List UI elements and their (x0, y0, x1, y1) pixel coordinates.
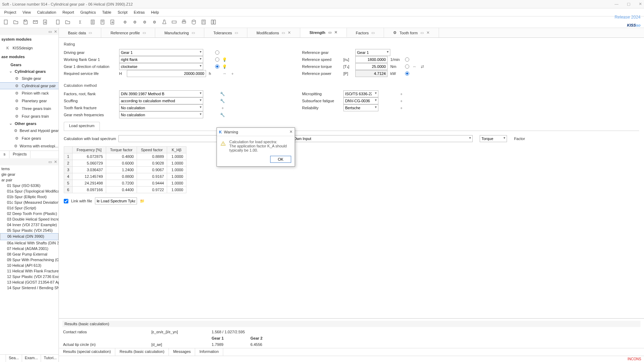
project-item[interactable]: 01 Spur (ISO 6336) (0, 183, 59, 188)
toolbar-gear2-icon[interactable]: ⚙ (130, 18, 139, 27)
link-file-checkbox[interactable] (64, 199, 68, 203)
left-tabB-0[interactable] (0, 355, 6, 362)
rotation-radio[interactable] (215, 64, 219, 69)
plus-icon[interactable]: ＋ (230, 71, 235, 76)
tab-close-icon[interactable]: ✕ (288, 30, 291, 35)
planetary-gear-node[interactable]: ⚙Planetary gear (0, 97, 59, 105)
three-gears-node[interactable]: ⚙Three gears train (0, 105, 59, 112)
micro-plus-icon[interactable]: ＋ (399, 91, 404, 96)
tab-popout-icon[interactable]: ▭ (89, 31, 92, 35)
toolbar-new-icon[interactable] (1, 18, 11, 27)
ref-speed-radio[interactable] (405, 57, 409, 62)
torque-swap-icon[interactable]: ↔ (412, 64, 417, 69)
pinion-rack-node[interactable]: ⚙Pinion with rack (0, 89, 59, 97)
menu-calculation[interactable]: Calculation (34, 9, 59, 15)
subf-plus-icon[interactable]: ＋ (399, 98, 404, 103)
toolbar-mail-icon[interactable] (31, 18, 40, 27)
scuffing-select[interactable]: according to calculation method (119, 97, 203, 104)
bevel-node[interactable]: ⚙Bevel and Hypoid gears (0, 127, 59, 134)
tab-popout-icon[interactable]: ▭ (192, 31, 195, 35)
project-item[interactable]: 01c Spur (Measured Deviation) (0, 200, 59, 205)
gears-node[interactable]: Gears (0, 62, 59, 68)
project-item[interactable]: 10 Helical (API 613) (0, 263, 59, 268)
main-tab-0[interactable]: Basic data▭ (59, 28, 101, 37)
panel-popout-icon[interactable]: ▭ (48, 29, 52, 34)
toolbar-flask-icon[interactable] (160, 18, 169, 27)
other-gears-node[interactable]: ⌄Other gears (0, 120, 59, 127)
btab-2[interactable]: Messages (169, 348, 195, 356)
driving-gear-radio[interactable] (215, 50, 219, 55)
project-item[interactable]: 01b Spur (Elliptic Root) (0, 194, 59, 200)
project-item[interactable]: 04 Inner (VDI 2737 Example) (0, 222, 59, 228)
ref-gear-select[interactable]: Gear 1 (355, 49, 390, 56)
cylindrical-gears-node[interactable]: ⌄Cylindrical gears (0, 68, 59, 75)
toolbar-sigma-icon[interactable]: Σ (76, 18, 85, 27)
project-item[interactable]: 02 Deep Tooth Form (Plastic) (0, 211, 59, 216)
project-item[interactable]: 09 Spur With Premachining (Gri... (0, 257, 59, 263)
rotation-select[interactable]: clockwise (119, 63, 203, 70)
menu-help[interactable]: Help (148, 9, 162, 15)
project-item[interactable]: 01d Spur (Script) (0, 205, 59, 211)
btab-3[interactable]: Information (195, 348, 223, 356)
left-tabA-0[interactable]: s (0, 151, 9, 158)
toolbar-tol-icon[interactable] (170, 18, 179, 27)
torque-swap2-icon[interactable]: ⇄ (420, 64, 425, 69)
factors-wrench-icon[interactable]: 🔧 (220, 91, 225, 96)
face-gears-node[interactable]: ⚙Face gears (0, 134, 59, 142)
project-item[interactable]: 05 Spur Plastic (VDI 2545) (0, 228, 59, 233)
main-tab-2[interactable]: Manufacturing▭ (155, 28, 204, 37)
tab-close-icon[interactable]: ✕ (334, 30, 337, 35)
project-item[interactable]: 12 Spur Plastic (VDI 2736 Exam... (0, 274, 59, 279)
toolbar-print-icon[interactable] (179, 18, 189, 27)
project-item[interactable]: 06a Helical With Shafts (DIN 39... (0, 240, 59, 246)
toolbar-gear1-icon[interactable]: ⚙ (121, 18, 130, 27)
menu-extras[interactable]: Extras (131, 9, 148, 15)
ls-own-select[interactable]: Own Input (292, 135, 473, 142)
table-row[interactable]: 524.2914980.72000.94441.0000 (64, 180, 186, 187)
table-row[interactable]: 33.0364371.24000.90671.0000 (64, 167, 186, 173)
toolbar-gear3-icon[interactable]: ⚙ (140, 18, 149, 27)
working-flank-bulb-icon[interactable]: 💡 (222, 57, 227, 62)
menu-view[interactable]: View (20, 9, 34, 15)
tff-select[interactable]: No calculation (119, 104, 203, 111)
scuffing-wrench-icon[interactable]: 🔧 (220, 98, 225, 103)
tff-plus-icon[interactable]: ＋ (220, 105, 225, 110)
kissdesign-node[interactable]: KKISSdesign (0, 44, 59, 52)
table-row[interactable]: 16.0728750.48000.88891.0000 (64, 153, 186, 160)
menu-script[interactable]: Script (115, 9, 130, 15)
micro-select[interactable]: ISO/TS 6336-22 (343, 90, 378, 97)
main-tab-7[interactable]: ⚙Tooth form▭✕ (384, 28, 439, 37)
toolbar-gear4-icon[interactable]: ⚙ (150, 18, 159, 27)
project-item[interactable]: 14 Spur Sintered / Bending SN C... (0, 285, 59, 291)
project-item[interactable]: 07 Helical (AGMA 2001) (0, 246, 59, 251)
subf-select[interactable]: DNV-CG-0036 (343, 97, 378, 104)
project-item[interactable]: 06 Helical (DIN 3990) (0, 233, 59, 240)
tab-popout-icon[interactable]: ▭ (371, 31, 375, 35)
toolbar-layout-icon[interactable] (209, 18, 218, 27)
table-row[interactable]: 25.0607290.60000.90281.0000 (64, 160, 186, 167)
rel-plus-icon[interactable]: ＋ (399, 105, 404, 110)
project-item[interactable]: 03 Double Helical Speed Increa... (0, 216, 59, 222)
proj-close-icon[interactable]: ✕ (54, 160, 57, 164)
worms-node[interactable]: ⚙Worms with envelopi... (0, 142, 59, 150)
project-item[interactable]: 08 Gear Pump External (0, 251, 59, 257)
minimize-button[interactable]: — (615, 2, 618, 6)
table-row[interactable]: 412.1457490.88000.91671.0000 (64, 173, 186, 180)
main-tab-5[interactable]: Strength▭✕ (300, 28, 347, 37)
working-flank-select[interactable]: right flank (119, 56, 203, 63)
working-flank-radio[interactable] (215, 57, 219, 62)
gmf-wrench-icon[interactable]: 🔧 (220, 112, 225, 117)
cyl-gear-pair-node[interactable]: ⚙Cylindrical gear pair (0, 82, 59, 89)
btab-1[interactable]: Results (basic calculation) (115, 348, 169, 356)
warning-ok-button[interactable]: OK (270, 156, 291, 163)
btab-0[interactable]: Results (special calculation) (59, 348, 115, 356)
left-tabA-1[interactable]: Projects (9, 151, 31, 158)
load-spectrum-tab[interactable]: Load spectrum (64, 122, 100, 131)
maximize-button[interactable]: ▢ (627, 2, 630, 6)
main-tab-4[interactable]: Modifications▭✕ (247, 28, 300, 37)
four-gears-node[interactable]: ⚙Four gears train (0, 112, 59, 120)
tab-popout-icon[interactable]: ▭ (235, 31, 238, 35)
link-file-browse-icon[interactable]: 📁 (140, 199, 145, 203)
toolbar-calc-icon[interactable] (199, 18, 208, 27)
tab-close-icon[interactable]: ✕ (426, 30, 430, 35)
